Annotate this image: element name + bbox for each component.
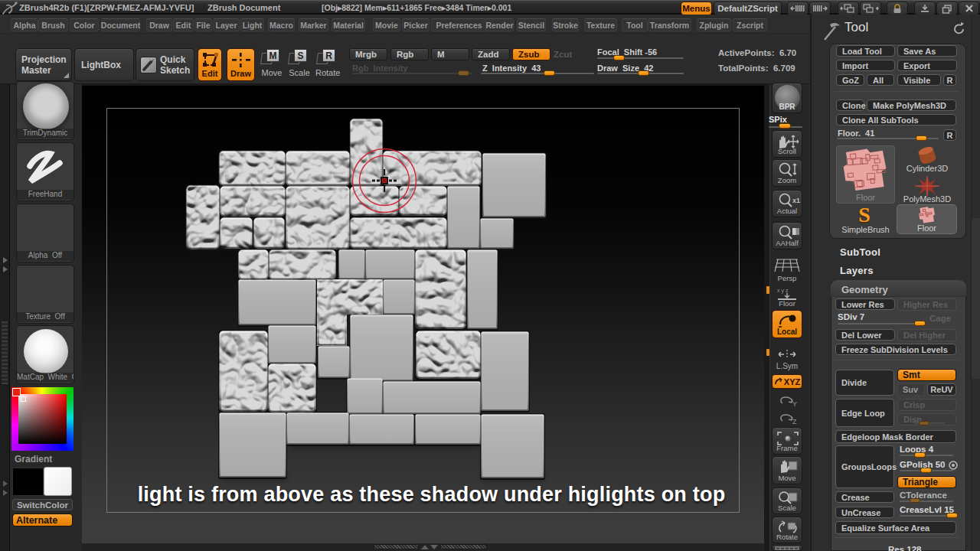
svg-text:Y: Y [792,400,797,407]
svg-text:Z: Z [792,418,797,425]
svg-text:x1: x1 [792,197,800,204]
svg-text:x y z: x y z [777,288,789,294]
